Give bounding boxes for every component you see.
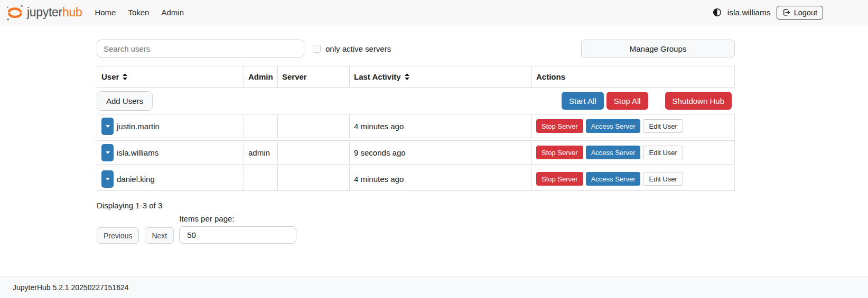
header-actions: Actions [531,66,734,87]
active-servers-filter: only active servers [313,44,391,53]
last-activity-cell: 4 minutes ago [349,167,531,190]
users-table: User Admin Server Last Activity [97,66,735,191]
access-server-button[interactable]: Access Server [586,172,641,186]
access-server-button[interactable]: Access Server [586,119,641,133]
sort-carets-icon [123,73,127,80]
theme-toggle-button[interactable] [713,8,722,17]
only-active-checkbox[interactable] [313,45,321,53]
sort-carets-icon [405,73,409,80]
row-actions-cell: Stop Server Access Server Edit User [531,141,734,164]
edit-user-button[interactable]: Edit User [643,119,683,133]
logout-label: Logout [794,8,817,17]
jupyterhub-brand[interactable]: jupyterhub [5,3,82,22]
logout-button[interactable]: Logout [777,6,823,20]
caret-down-icon [106,178,110,180]
shutdown-hub-button[interactable]: Shutdown Hub [665,92,732,110]
edit-user-button[interactable]: Edit User [643,146,683,159]
caret-down-icon [106,151,110,154]
circle-half-icon [713,8,722,17]
username-text: justin.martin [117,122,160,131]
user-dropdown-toggle[interactable] [101,144,114,161]
search-input[interactable] [97,40,304,57]
row-actions-cell: Stop Server Access Server Edit User [531,167,734,190]
admin-cell [244,167,277,190]
jupyterhub-logo-icon [5,3,24,22]
start-all-button[interactable]: Start All [562,92,604,110]
main-nav: Home Token Admin [94,6,185,19]
stop-server-button[interactable]: Stop Server [536,119,583,133]
header-admin: Admin [244,66,277,87]
user-cell: isla.williams [97,141,244,164]
nav-admin[interactable]: Admin [160,6,185,19]
next-page-button[interactable]: Next [145,227,174,244]
admin-page: only active servers Manage Groups User A… [0,25,868,276]
add-users-button[interactable]: Add Users [97,91,153,111]
nav-token[interactable]: Token [127,6,150,19]
user-dropdown-toggle[interactable] [101,118,114,135]
stop-server-button[interactable]: Stop Server [536,172,583,186]
caret-down-icon [106,125,110,128]
only-active-label: only active servers [325,44,391,53]
brand-title: jupyterhub [27,5,82,20]
user-dropdown-toggle[interactable] [101,170,114,188]
pager-buttons: Previous Next [97,227,174,244]
page-footer: JupyterHub 5.2.1 20250227151624 [0,276,868,298]
admin-cell: admin [244,141,277,164]
items-per-page-label: Items per page: [179,214,296,223]
navbar-right: isla.williams Logout [713,6,823,20]
items-per-page-input[interactable] [179,226,296,244]
header-server: Server [277,66,349,87]
header-last-activity[interactable]: Last Activity [349,66,531,87]
edit-user-button[interactable]: Edit User [643,172,683,186]
top-navbar: jupyterhub Home Token Admin isla.william… [0,0,868,25]
table-actions-toolbar: Add Users Start All Stop All Shutdown Hu… [97,88,735,114]
items-per-page: Items per page: [179,214,296,244]
current-username: isla.williams [727,8,771,17]
user-cell: justin.martin [97,114,244,138]
table-header-row: User Admin Server Last Activity [97,66,735,88]
header-user[interactable]: User [97,66,244,87]
nav-home[interactable]: Home [94,6,117,19]
last-activity-cell: 9 seconds ago [349,141,531,164]
pagination-controls: Previous Next Items per page: [97,214,735,244]
table-row: daniel.king 4 minutes ago Stop Server Ac… [97,167,735,191]
server-cell [277,167,349,190]
manage-groups-button[interactable]: Manage Groups [581,40,735,57]
admin-cell [244,114,277,138]
username-text: isla.williams [117,148,158,157]
filter-toolbar: only active servers Manage Groups [97,40,735,57]
row-actions-cell: Stop Server Access Server Edit User [531,114,734,138]
displaying-summary: Displaying 1-3 of 3 [97,201,735,210]
previous-page-button[interactable]: Previous [97,227,139,244]
version-text: JupyterHub 5.2.1 20250227151624 [13,283,129,292]
table-row: justin.martin 4 minutes ago Stop Server … [97,114,735,138]
table-row: isla.williams admin 9 seconds ago Stop S… [97,140,735,165]
stop-server-button[interactable]: Stop Server [536,146,583,159]
last-activity-cell: 4 minutes ago [349,114,531,138]
access-server-button[interactable]: Access Server [586,146,641,159]
server-cell [277,141,349,164]
bulk-actions: Start All Stop All Shutdown Hub [562,92,732,110]
box-arrow-right-icon [782,8,790,16]
server-cell [277,114,349,138]
user-cell: daniel.king [97,167,244,190]
username-text: daniel.king [117,175,155,184]
stop-all-button[interactable]: Stop All [606,92,648,110]
